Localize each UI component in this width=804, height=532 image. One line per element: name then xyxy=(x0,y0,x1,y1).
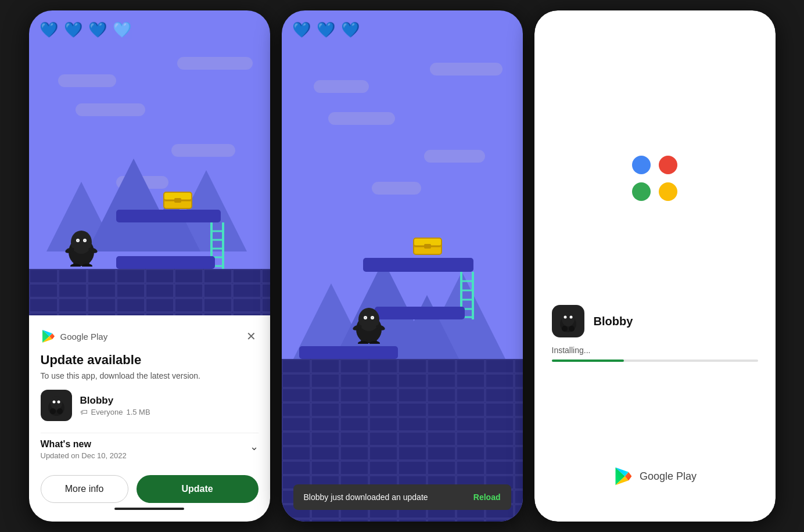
main-platform-1 xyxy=(116,210,221,222)
phones-container: 💙 💙 💙 🩵 xyxy=(0,0,804,532)
main-platform-2-1 xyxy=(363,258,473,272)
svg-point-64 xyxy=(562,326,568,332)
google-dots xyxy=(632,156,677,201)
install-screen: Blobby Installing... xyxy=(534,10,776,522)
main-platform-2-3 xyxy=(299,346,398,359)
more-info-button[interactable]: More info xyxy=(41,475,128,503)
blobby-character-2 xyxy=(351,297,386,346)
gplay-logo-text: Google Play xyxy=(60,332,108,342)
svg-point-50 xyxy=(364,317,366,319)
heart-1: 💙 xyxy=(40,21,58,37)
platform-2-4 xyxy=(424,150,485,163)
platform-2-3 xyxy=(328,112,395,125)
chevron-down-icon[interactable]: ⌄ xyxy=(250,440,259,453)
update-dialog: Google Play ✕ Update available To use th… xyxy=(29,315,270,522)
svg-point-15 xyxy=(77,240,78,242)
platform-2-1 xyxy=(314,80,369,93)
heart-2-1: 💙 xyxy=(292,21,311,37)
svg-point-65 xyxy=(569,326,575,332)
platform-1 xyxy=(58,74,116,87)
svg-rect-3 xyxy=(164,199,192,202)
progress-bar-fill xyxy=(552,360,624,362)
app-meta: 🏷 Everyone 1.5 MB xyxy=(80,408,150,416)
svg-point-63 xyxy=(569,316,572,319)
whats-new-info: What's new Updated on Dec 10, 2022 xyxy=(41,439,127,460)
svg-point-31 xyxy=(52,401,55,404)
dialog-buttons: More info Update xyxy=(41,475,259,503)
app-icon xyxy=(41,390,72,421)
svg-point-30 xyxy=(51,396,62,410)
platform-2-5 xyxy=(372,182,421,195)
phone-2: 💙 💙 💙 xyxy=(282,10,523,522)
gplay-bottom-text: Google Play xyxy=(640,470,697,483)
dialog-header: Google Play ✕ xyxy=(41,327,259,346)
gplay-logo-row: Google Play xyxy=(41,329,108,344)
reload-button[interactable]: Reload xyxy=(473,493,501,502)
mountain-2-4 xyxy=(395,295,459,359)
gplay-bottom: Google Play xyxy=(613,466,697,487)
platform-2-2 xyxy=(430,63,502,76)
update-button[interactable]: Update xyxy=(137,475,259,503)
svg-point-32 xyxy=(57,401,60,404)
svg-point-47 xyxy=(358,308,379,331)
app-rating: Everyone xyxy=(91,408,123,416)
blobby-row: Blobby xyxy=(552,305,758,337)
blobby-app-name: Blobby xyxy=(594,315,633,328)
heart-3: 💙 xyxy=(88,21,107,37)
progress-bar-bg xyxy=(552,360,758,362)
app-info: Blobby 🏷 Everyone 1.5 MB xyxy=(80,395,150,416)
heart-4-empty: 🩵 xyxy=(113,21,131,37)
google-play-icon xyxy=(41,329,56,344)
heart-2: 💙 xyxy=(64,21,82,37)
platform-4 xyxy=(171,144,235,157)
home-indicator-1 xyxy=(114,508,184,510)
game-screen-2: 💙 💙 💙 xyxy=(282,10,523,522)
gplay-bottom-icon xyxy=(613,466,634,487)
heart-2-2: 💙 xyxy=(317,21,335,37)
update-subtitle: To use this app, download the latest ver… xyxy=(41,371,259,380)
dot-yellow xyxy=(659,182,677,201)
game-screen-1: 💙 💙 💙 🩵 xyxy=(29,10,270,321)
main-platform-2-2 xyxy=(375,307,465,319)
app-name: Blobby xyxy=(80,395,150,407)
treasure-2 xyxy=(412,232,443,258)
svg-point-12 xyxy=(71,231,92,254)
blobby-character xyxy=(64,220,99,269)
close-button[interactable]: ✕ xyxy=(244,327,259,346)
svg-point-33 xyxy=(50,408,56,414)
platform-2 xyxy=(177,57,253,70)
installing-text: Installing... xyxy=(552,346,758,355)
main-platform-2 xyxy=(116,256,215,269)
blobby-avatar xyxy=(552,305,584,337)
svg-point-34 xyxy=(57,408,63,414)
install-info: Blobby Installing... xyxy=(534,305,776,362)
toast-notification: Blobby just downloaded an update Reload xyxy=(293,484,511,510)
update-title: Update available xyxy=(41,353,259,368)
app-row: Blobby 🏷 Everyone 1.5 MB xyxy=(41,390,259,421)
toast-message: Blobby just downloaded an update xyxy=(304,493,428,502)
platform-3 xyxy=(76,103,145,116)
svg-point-61 xyxy=(562,311,575,326)
whats-new-row: What's new Updated on Dec 10, 2022 ⌄ xyxy=(41,433,259,466)
bricks-floor xyxy=(29,269,270,321)
svg-point-51 xyxy=(371,317,373,319)
svg-point-62 xyxy=(563,316,566,319)
app-size: 1.5 MB xyxy=(126,408,150,416)
whats-new-label: What's new xyxy=(41,439,127,450)
whats-new-date: Updated on Dec 10, 2022 xyxy=(41,451,127,460)
dot-red xyxy=(659,156,677,174)
hearts-row-2: 💙 💙 💙 xyxy=(292,21,360,37)
treasure-chest xyxy=(163,186,193,210)
svg-point-16 xyxy=(84,240,85,242)
phone-1: 💙 💙 💙 🩵 xyxy=(29,10,270,522)
phone-3: Blobby Installing... xyxy=(534,10,776,522)
hearts-row: 💙 💙 💙 🩵 xyxy=(40,21,131,37)
content-rating-icon: 🏷 xyxy=(80,408,88,416)
dot-green xyxy=(632,182,651,201)
heart-2-3: 💙 xyxy=(341,21,360,37)
dot-blue xyxy=(632,156,651,174)
svg-rect-38 xyxy=(414,245,442,247)
svg-rect-24 xyxy=(29,269,270,321)
